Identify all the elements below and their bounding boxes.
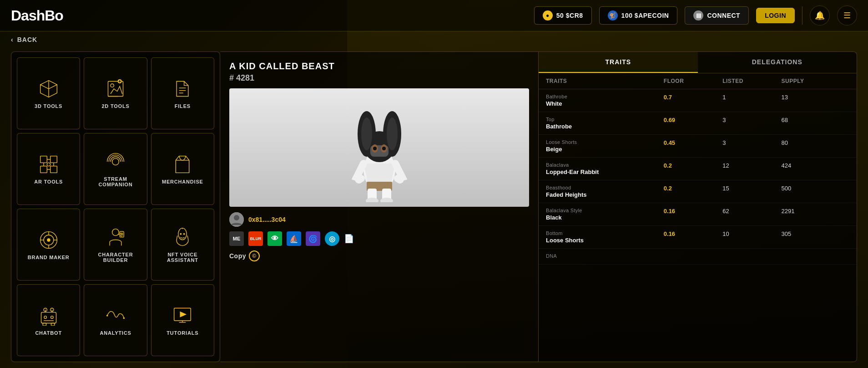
table-row[interactable]: Bathrobe White 0.7 1 13 [539, 89, 857, 112]
copy-circle-icon: © [249, 250, 260, 261]
trait-value: Bathrobe [546, 123, 664, 130]
tool-card-stream-companion[interactable]: STREAM COMPANION [84, 133, 147, 205]
svg-rect-32 [41, 312, 56, 323]
opensea-icon[interactable]: ⛵ [287, 231, 301, 246]
character-builder-icon [105, 226, 126, 248]
floor-value: 0.16 [664, 230, 722, 244]
tool-card-brand-maker[interactable]: BRAND MAKER [17, 209, 80, 281]
floor-value: 0.69 [664, 117, 722, 130]
supply-value [782, 253, 840, 260]
table-row[interactable]: Top Bathrobe 0.69 3 68 [539, 112, 857, 135]
scr8-balance-btn[interactable]: ● 50 $CR8 [534, 6, 592, 25]
trait-name-cell: Balaclava Lopped-Ear Rabbit [546, 162, 664, 175]
svg-point-64 [387, 118, 398, 150]
back-button[interactable]: ‹ BACK [0, 31, 868, 48]
tab-traits[interactable]: TRAITS [539, 52, 698, 73]
trait-category: Loose Shorts [546, 139, 664, 145]
document-icon[interactable]: 📄 [344, 234, 354, 244]
svg-marker-44 [180, 312, 187, 317]
table-header: TRAITS FLOOR LISTED SUPPLY [539, 73, 857, 89]
notification-button[interactable]: 🔔 [810, 5, 830, 26]
header: DashBo ● 50 $CR8 🐒 100 $APECOIN ▤ CONNEC… [0, 0, 868, 31]
stream-companion-label: STREAM COMPANION [88, 176, 143, 187]
files-label: FILES [175, 103, 191, 109]
analytics-icon [105, 305, 126, 327]
tab-delegations[interactable]: DELEGATIONS [698, 52, 857, 73]
svg-point-42 [123, 317, 125, 319]
chatbot-icon [38, 305, 60, 327]
nft-voice-assistant-icon [172, 226, 193, 248]
x2y2-icon[interactable]: ◎ [325, 231, 339, 246]
hamburger-icon: ☰ [843, 10, 851, 20]
connect-label: CONNECT [707, 12, 740, 19]
tool-card-nft-voice-assistant[interactable]: NFT VOICE ASSISTANT [151, 209, 214, 281]
svg-point-24 [112, 229, 119, 236]
table-row[interactable]: DNA [539, 249, 857, 265]
character-builder-label: CHARACTER BUILDER [88, 252, 143, 263]
menu-button[interactable]: ☰ [837, 5, 857, 26]
trait-value: Faded Heights [546, 191, 664, 198]
platform-icons-row: ME BLUR 👁 ⛵ 🌀 ◎ 📄 [229, 231, 529, 246]
trait-category: Bathrobe [546, 94, 664, 99]
tool-card-files[interactable]: FILES [151, 57, 214, 129]
trait-category: Bottom [546, 230, 664, 236]
connect-button[interactable]: ▤ CONNECT [685, 6, 749, 25]
2d-tools-icon [105, 78, 126, 100]
tool-card-merchandise[interactable]: MERCHANDISE [151, 133, 214, 205]
svg-point-38 [50, 316, 53, 319]
floor-value: 0.45 [664, 139, 722, 153]
tool-card-2d-tools[interactable]: 2D TOOLS [84, 57, 147, 129]
table-row[interactable]: Bottom Loose Shorts 0.16 10 305 [539, 226, 857, 249]
col-supply: SUPPLY [782, 78, 840, 84]
listed-value: 62 [722, 208, 781, 221]
svg-point-19 [47, 238, 50, 241]
magic-eden-icon[interactable]: ME [229, 231, 244, 246]
looksrare-icon[interactable]: 🌀 [306, 231, 320, 246]
table-body: Bathrobe White 0.7 1 13 Top Bathrobe 0.6… [539, 89, 857, 362]
listed-value: 3 [722, 139, 781, 153]
row-arrow [840, 162, 849, 175]
tool-card-character-builder[interactable]: CHARACTER BUILDER [84, 209, 147, 281]
character-illustration [229, 88, 529, 207]
tool-card-chatbot[interactable]: CHATBOT [17, 284, 80, 356]
supply-value: 305 [782, 230, 840, 244]
rarible-icon[interactable]: 👁 [267, 231, 282, 246]
ar-tools-label: AR TOOLS [34, 179, 63, 184]
blur-icon[interactable]: BLUR [248, 231, 263, 246]
traits-panel: TRAITS DELEGATIONS TRAITS FLOOR LISTED S… [539, 51, 857, 362]
merchandise-label: MERCHANDISE [162, 179, 203, 184]
tool-card-analytics[interactable]: ANALYTICS [84, 284, 147, 356]
trait-value: Black [546, 214, 664, 221]
svg-rect-7 [40, 156, 47, 163]
table-row[interactable]: Beasthood Faded Heights 0.2 15 500 [539, 180, 857, 203]
supply-value: 500 [782, 185, 840, 198]
supply-value: 424 [782, 162, 840, 175]
svg-rect-10 [50, 166, 57, 173]
tool-card-3d-tools[interactable]: 3D TOOLS [17, 57, 80, 129]
row-arrow [840, 230, 849, 244]
table-row[interactable]: Balaclava Style Black 0.16 62 2291 [539, 203, 857, 226]
floor-value: 0.2 [664, 185, 722, 198]
back-arrow-icon: ‹ [11, 36, 14, 43]
trait-value: Loose Shorts [546, 237, 664, 244]
copy-button[interactable]: Copy © [229, 250, 260, 261]
table-row[interactable]: Balaclava Lopped-Ear Rabbit 0.2 12 424 [539, 158, 857, 180]
apecoin-balance-btn[interactable]: 🐒 100 $APECOIN [599, 6, 678, 25]
trait-category: Balaclava Style [546, 208, 664, 213]
chatbot-label: CHATBOT [35, 330, 62, 336]
svg-point-63 [361, 118, 372, 150]
login-button[interactable]: LOGIN [756, 8, 795, 23]
supply-value: 68 [782, 117, 840, 130]
trait-category: Balaclava [546, 162, 664, 168]
copy-row: Copy © [229, 250, 529, 261]
login-label: LOGIN [765, 12, 786, 19]
tutorials-icon [172, 305, 193, 327]
nft-image [229, 88, 529, 207]
trait-name-cell: DNA [546, 253, 664, 260]
table-row[interactable]: Loose Shorts Beige 0.45 3 80 [539, 135, 857, 158]
tool-card-tutorials[interactable]: TUTORIALS [151, 284, 214, 356]
tool-card-ar-tools[interactable]: AR TOOLS [17, 133, 80, 205]
wallet-avatar [229, 212, 244, 227]
copy-label: Copy [229, 252, 246, 260]
nft-panel: A KID CALLED BEAST # 4281 [220, 51, 539, 362]
